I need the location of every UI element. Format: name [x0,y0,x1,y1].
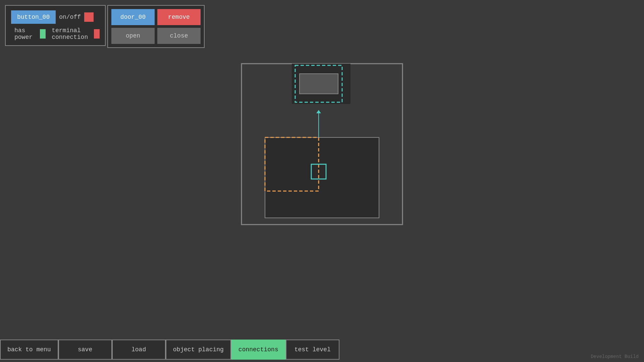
bottom-toolbar: back to menu save load object placing co… [0,337,644,362]
door-grid: door_00 remove open close [111,9,201,44]
svg-marker-8 [316,110,321,113]
button-00-btn[interactable]: button_00 [11,10,56,24]
open-btn[interactable]: open [111,28,155,44]
close-btn[interactable]: close [157,28,201,44]
map-area[interactable] [238,60,406,248]
level-map[interactable] [238,60,406,248]
on-off-swatch [84,12,94,22]
terminal-connection-label: terminal connection [52,27,88,41]
connections-btn[interactable]: connections [231,340,286,360]
door-00-btn[interactable]: door_00 [111,9,155,25]
load-btn[interactable]: load [112,340,166,360]
has-power-swatch [40,29,46,39]
remove-btn[interactable]: remove [157,9,201,25]
terminal-connection-swatch [94,29,100,39]
object-placing-btn[interactable]: object placing [166,340,231,360]
on-off-label: on/off [59,14,81,20]
door-info-panel: door_00 remove open close [107,5,205,48]
svg-rect-1 [265,137,379,218]
button-info-panel: button_00 on/off has power terminal conn… [5,5,106,46]
test-level-btn[interactable]: test level [286,340,339,360]
save-btn[interactable]: save [58,340,112,360]
svg-rect-4 [300,74,338,94]
dev-build-label: Development Build [591,354,639,359]
back-to-menu-btn[interactable]: back to menu [0,340,58,360]
has-power-label: has power [14,27,34,41]
